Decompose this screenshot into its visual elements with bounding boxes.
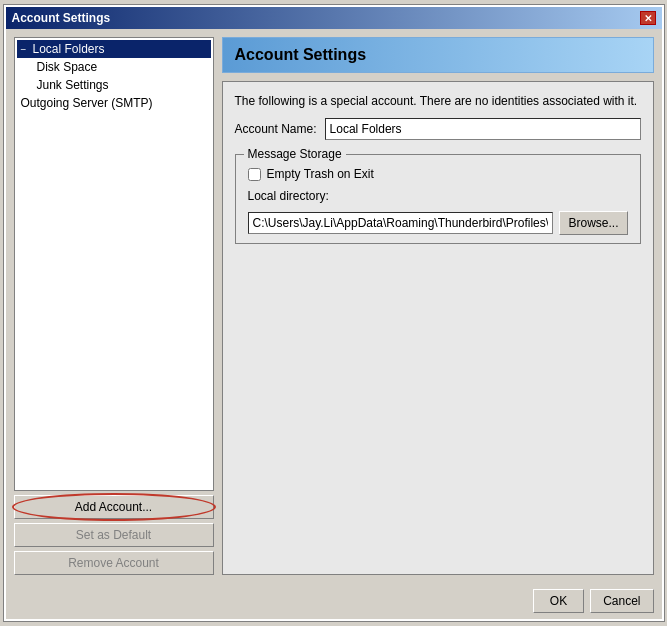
- header-title: Account Settings: [235, 46, 367, 63]
- bottom-bar: OK Cancel: [6, 583, 662, 619]
- local-directory-label: Local directory:: [248, 189, 628, 203]
- message-storage-group: Message Storage Empty Trash on Exit Loca…: [235, 154, 641, 244]
- empty-trash-checkbox[interactable]: [248, 168, 261, 181]
- local-directory-input[interactable]: [248, 212, 554, 234]
- account-name-input[interactable]: [325, 118, 641, 140]
- sidebar-item-junk-settings[interactable]: Junk Settings: [17, 76, 211, 94]
- add-account-button[interactable]: Add Account...: [14, 495, 214, 519]
- remove-account-button[interactable]: Remove Account: [14, 551, 214, 575]
- ok-button[interactable]: OK: [533, 589, 584, 613]
- browse-button[interactable]: Browse...: [559, 211, 627, 235]
- left-buttons: Add Account... Set as Default Remove Acc…: [14, 495, 214, 575]
- local-directory-row: Browse...: [248, 211, 628, 235]
- empty-trash-row: Empty Trash on Exit: [248, 167, 628, 181]
- sidebar-item-label: Disk Space: [37, 60, 98, 74]
- title-bar: Account Settings ✕: [6, 7, 662, 29]
- right-panel: Account Settings The following is a spec…: [222, 37, 654, 575]
- sidebar-item-outgoing-server[interactable]: Outgoing Server (SMTP): [17, 94, 211, 112]
- cancel-button[interactable]: Cancel: [590, 589, 653, 613]
- close-button[interactable]: ✕: [640, 11, 656, 25]
- account-tree[interactable]: − Local Folders Disk Space Junk Settings…: [14, 37, 214, 491]
- window-content: − Local Folders Disk Space Junk Settings…: [6, 29, 662, 583]
- sidebar-item-label: Outgoing Server (SMTP): [21, 96, 153, 110]
- sidebar-item-local-folders[interactable]: − Local Folders: [17, 40, 211, 58]
- toggle-icon: −: [21, 44, 31, 55]
- group-box-label: Message Storage: [244, 147, 346, 161]
- sidebar-item-disk-space[interactable]: Disk Space: [17, 58, 211, 76]
- set-default-button[interactable]: Set as Default: [14, 523, 214, 547]
- sidebar-item-label: Local Folders: [33, 42, 105, 56]
- sidebar-item-label: Junk Settings: [37, 78, 109, 92]
- settings-body: The following is a special account. Ther…: [222, 81, 654, 575]
- account-name-label: Account Name:: [235, 122, 317, 136]
- account-settings-window: Account Settings ✕ − Local Folders Disk …: [4, 5, 664, 621]
- window-title: Account Settings: [12, 11, 111, 25]
- empty-trash-label: Empty Trash on Exit: [267, 167, 374, 181]
- account-name-row: Account Name:: [235, 118, 641, 140]
- account-description: The following is a special account. Ther…: [235, 94, 641, 108]
- left-panel: − Local Folders Disk Space Junk Settings…: [14, 37, 214, 575]
- settings-header: Account Settings: [222, 37, 654, 73]
